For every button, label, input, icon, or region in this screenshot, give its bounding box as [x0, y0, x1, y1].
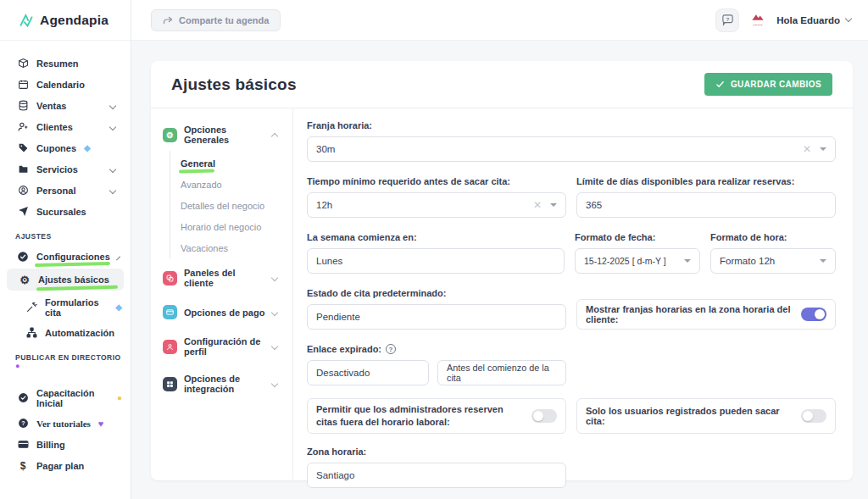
folder-icon [17, 164, 29, 175]
nav-item-vacaciones[interactable]: Vacaciones [181, 237, 284, 258]
caret-down-icon [684, 259, 691, 263]
formato-hora-select[interactable]: Formato 12h [710, 248, 836, 274]
nav-group-configuracion-perfil[interactable]: Configuración de perfil [163, 332, 284, 361]
semana-comienza-label: La semana comienza en: [307, 232, 565, 242]
solo-registrados-toggle[interactable] [801, 409, 826, 423]
franja-horaria-label: Franja horaria: [307, 120, 836, 130]
settings-sections-nav: ⚙ Opciones Generales General Avanzado De… [151, 108, 293, 480]
svg-text:?: ? [726, 16, 729, 22]
settings-card: Ajustes básicos GUARDAR CAMBIOS ⚙ Opcion… [151, 61, 853, 480]
sidebar-item-ver-tutoriales[interactable]: ? Ver tutoriales ♥ [0, 413, 131, 434]
sidebar-item-capacitacion[interactable]: Capacitación Inicial ● [0, 383, 131, 413]
sidebar-item-formularios-cita[interactable]: Formularios cita ◆ [0, 292, 131, 322]
user-menu[interactable]: Hola Eduardo [776, 15, 851, 25]
sidebar-item-resumen[interactable]: Resumen [0, 53, 131, 74]
paper-plane-icon [17, 206, 29, 218]
sidebar-item-calendario[interactable]: Calendario [0, 74, 131, 95]
sidebar-nav: Resumen Calendario Ventas Clientes Cupon… [0, 41, 131, 476]
enlace-expirado-select-1[interactable]: Desactivado [307, 360, 429, 385]
enlace-expirado-label: Enlace expirado: ? [307, 344, 836, 354]
formato-fecha-label: Formato de fecha: [575, 232, 700, 242]
mostrar-franjas-toggle[interactable] [801, 308, 826, 321]
zona-horaria-select[interactable]: Santiago [307, 463, 566, 488]
tiempo-minimo-select[interactable]: 12h ✕ [307, 192, 566, 218]
partner-logo[interactable]: ▪▪▪▪▪▪ [751, 13, 765, 27]
nav-item-avanzado[interactable]: Avanzado [181, 174, 284, 195]
chat-question-icon: ? [721, 14, 734, 26]
nav-item-detalles-negocio[interactable]: Detalles del negocio [181, 195, 284, 216]
chevron-down-icon [109, 186, 116, 193]
sidebar-item-billing[interactable]: Billing [0, 434, 131, 455]
permitir-admin-toggle-box: Permitir que los administradores reserve… [307, 398, 566, 434]
clear-icon[interactable]: ✕ [803, 143, 811, 155]
section-ajustes: AJUSTES [0, 222, 131, 246]
panels-square-icon [163, 271, 177, 286]
gear-square-icon: ⚙ [163, 128, 177, 142]
sidebar-item-cupones[interactable]: Cupones ◆ [0, 137, 131, 158]
sidebar: Agendapia Resumen Calendario Ventas Clie… [0, 0, 131, 499]
dollar-icon: $ [17, 460, 29, 472]
check-circle-icon [17, 251, 29, 263]
credit-card-icon [17, 439, 29, 451]
nav-group-opciones-pago[interactable]: Opciones de pago [163, 301, 284, 324]
app-logo[interactable]: Agendapia [0, 0, 131, 41]
card-header: Ajustes básicos GUARDAR CAMBIOS [151, 61, 853, 108]
chevron-down-icon [271, 274, 278, 281]
sidebar-item-clientes[interactable]: Clientes [0, 116, 131, 137]
nav-group-opciones-integracion[interactable]: Opciones de integración [163, 369, 284, 398]
gear-icon: ⚙ [19, 274, 31, 286]
save-changes-button[interactable]: GUARDAR CAMBIOS [704, 73, 832, 96]
franja-horaria-select[interactable]: 30m ✕ [307, 136, 836, 162]
semana-comienza-select[interactable]: Lunes [307, 248, 565, 274]
share-agenda-button[interactable]: Comparte tu agenda [151, 9, 281, 31]
chevron-down-icon [109, 123, 116, 130]
sidebar-item-servicios[interactable]: Servicios [0, 158, 131, 180]
integration-square-icon [163, 377, 177, 391]
sidebar-item-configuraciones[interactable]: Configuraciones [0, 246, 131, 267]
question-circle-icon: ? [17, 418, 29, 430]
app-name: Agendapia [40, 13, 108, 28]
topbar: Comparte tu agenda ? ▪▪▪▪▪▪ Hola Eduardo [131, 0, 868, 41]
limite-dias-input[interactable]: 365 [576, 192, 836, 218]
general-settings-form: Franja horaria: 30m ✕ Tiempo mínimo requ… [293, 108, 853, 480]
purple-heart-icon: ♥ [98, 419, 104, 429]
user-circle-icon [17, 185, 29, 197]
nav-item-general[interactable]: General [181, 152, 284, 174]
diamond-badge-icon: ◆ [115, 302, 122, 312]
help-chat-button[interactable]: ? [715, 8, 739, 32]
sidebar-item-ventas[interactable]: Ventas [0, 95, 131, 116]
nav-group-paneles-cliente[interactable]: Paneles del cliente [163, 263, 284, 292]
limite-dias-label: Límite de días disponibles para realizar… [576, 176, 836, 186]
section-publicar: PUBLICAR EN DIRECTORIO ● [0, 343, 131, 376]
sidebar-item-personal[interactable]: Personal [0, 180, 131, 201]
partner-brand-icon [751, 13, 765, 22]
nav-item-horario-negocio[interactable]: Horario del negocio [181, 216, 284, 237]
chevron-down-icon [845, 15, 852, 22]
formato-fecha-select[interactable]: 15-12-2025 [ d-m-Y ] [575, 248, 700, 274]
chevron-down-icon [271, 380, 278, 387]
caret-down-icon [820, 259, 826, 263]
estado-cita-select[interactable]: Pendiente [307, 304, 566, 330]
bulb-badge-icon: ● [117, 393, 122, 402]
calendar-icon [17, 79, 29, 91]
clear-icon[interactable]: ✕ [533, 199, 542, 211]
check-icon [715, 80, 725, 89]
chevron-up-icon [271, 133, 278, 140]
sidebar-item-automatizacion[interactable]: Automatización [0, 322, 131, 343]
sidebar-item-pagar-plan[interactable]: $ Pagar plan [0, 455, 131, 476]
tiempo-minimo-label: Tiempo mínimo requerido antes de sacar c… [307, 176, 566, 186]
enlace-expirado-select-2[interactable]: Antes del comienzo de la cita [437, 360, 566, 385]
page-title: Ajustes básicos [171, 75, 297, 94]
check-circle-icon [17, 392, 29, 404]
diamond-badge-icon: ◆ [84, 143, 91, 152]
sidebar-item-sucursales[interactable]: Sucursales [0, 201, 131, 222]
sidebar-item-ajustes-basicos[interactable]: ⚙ Ajustes básicos [7, 269, 124, 291]
hierarchy-icon [25, 327, 37, 339]
help-question-icon[interactable]: ? [386, 344, 396, 354]
estado-cita-label: Estado de cita predeterminado: [307, 288, 566, 298]
solo-registrados-toggle-box: Solo los usuarios registrados pueden sac… [576, 398, 836, 434]
payment-square-icon [163, 305, 177, 319]
nav-group-opciones-generales[interactable]: ⚙ Opciones Generales [163, 120, 284, 149]
permitir-admin-toggle[interactable] [531, 409, 557, 423]
chevron-down-icon [109, 165, 116, 172]
